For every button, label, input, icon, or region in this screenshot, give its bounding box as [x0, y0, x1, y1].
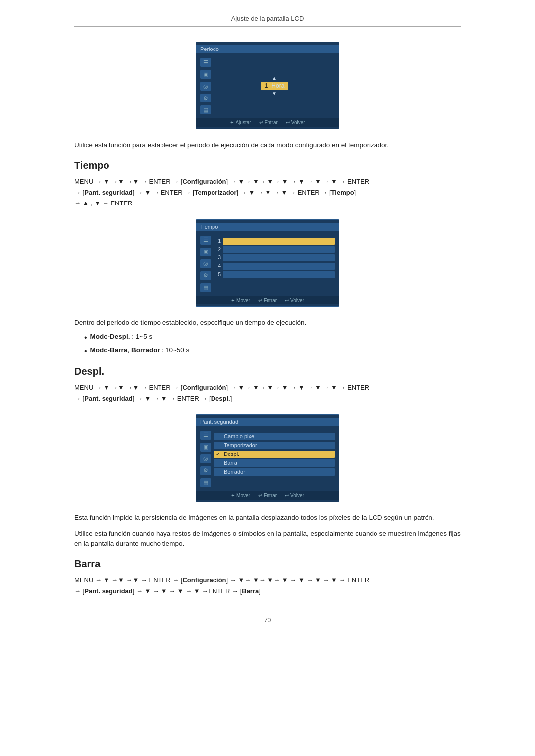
mover-icon: ✦: [231, 298, 235, 303]
barra-nav-barra: Barra: [242, 587, 259, 595]
despl-description-2: Utilice esta función cuando haya restos …: [74, 529, 461, 549]
despl-item-borrador: Borrador: [214, 468, 335, 476]
despl-list-content: Cambio pixel Temporizador ✓Despl. Barra: [214, 430, 335, 487]
nav-bold-temporizador: Temporizador: [195, 189, 237, 196]
footer-entrar: ↵ Entrar: [259, 120, 278, 125]
despl-mover-label: Mover: [236, 493, 250, 498]
despl-icon-list: ☰ ▣ ◎ ⚙ ▤: [200, 430, 211, 487]
despl-nav-despl: Despl.: [211, 395, 230, 402]
barra-nav-configuracion: Configuración: [182, 576, 226, 584]
entrar-label: Entrar: [265, 120, 278, 125]
despl-footer-volver: ↩ Volver: [285, 493, 304, 498]
tiempo-volver-icon: ↩: [285, 298, 289, 303]
ajustar-icon: ✦: [230, 120, 234, 125]
tiempo-item-5: 5: [214, 271, 335, 278]
volver-label: Volver: [291, 120, 305, 125]
tiempo-list: 1 2 3 4: [214, 238, 335, 278]
page-number: 70: [264, 616, 271, 624]
bullet-modo-barra: Modo-Barra, Borrador : 10~50 s: [84, 346, 461, 356]
page-title: Ajuste de la pantalla LCD: [231, 15, 304, 22]
tiempo-panel-icon-5: ▤: [200, 283, 211, 292]
tiempo-description: Dentro del periodo de tiempo establecido…: [74, 318, 461, 328]
despl-nav-pant-seg: Pant. seguridad: [84, 395, 133, 402]
tiempo-footer-mover: ✦ Mover: [231, 298, 250, 303]
barra-nav-pant-seg: Pant. seguridad: [84, 587, 133, 595]
despl-panel-wrap: Pant. seguridad ☰ ▣ ◎ ⚙ ▤ Cambio pixel: [74, 409, 461, 507]
despl-panel: Pant. seguridad ☰ ▣ ◎ ⚙ ▤ Cambio pixel: [196, 414, 339, 502]
panel-icon-2: ▣: [200, 70, 211, 79]
tiempo-nav-text: MENU → ▼ →▼ →▼ → ENTER → [Configuración]…: [74, 176, 461, 209]
borrador-label: Borrador: [131, 346, 160, 353]
tiempo-bullet-list: Modo-Despl. : 1~5 s Modo-Barra, Borrador…: [84, 333, 461, 356]
tiempo-heading: Tiempo: [74, 160, 461, 171]
footer-ajustar: ✦ Ajustar: [230, 120, 251, 125]
tiempo-panel-footer: ✦ Mover ↵ Entrar ↩ Volver: [196, 296, 339, 304]
footer-volver: ↩ Volver: [286, 120, 305, 125]
panel-icon-5: ▤: [200, 105, 211, 114]
tiempo-entrar-icon: ↵: [258, 298, 262, 303]
tiempo-panel-wrap: Tiempo ☰ ▣ ◎ ⚙ ▤ 1 2: [74, 214, 461, 312]
tiempo-item-2: 2: [214, 246, 335, 253]
despl-footer-entrar: ↵ Entrar: [258, 493, 277, 498]
despl-panel-title: Pant. seguridad: [196, 418, 339, 426]
tiempo-volver-label: Volver: [290, 298, 304, 303]
tiempo-bar-4: [223, 263, 335, 270]
despl-volver-label: Volver: [290, 493, 304, 498]
bullet-modo-despl: Modo-Despl. : 1~5 s: [84, 333, 461, 343]
panel-icon-3: ◎: [200, 82, 211, 91]
periodo-content: ▲ 1 Hora ▼: [214, 57, 335, 114]
ajustar-label: Ajustar: [235, 120, 251, 125]
despl-panel-icon-4: ⚙: [200, 466, 211, 475]
despl-description-1: Esta función impide la persistencia de i…: [74, 513, 461, 523]
arrow-up-icon: ▲: [272, 75, 277, 81]
tiempo-panel-icon-2: ▣: [200, 248, 211, 256]
despl-panel-icon-1: ☰: [200, 431, 211, 440]
tiempo-entrar-label: Entrar: [264, 298, 277, 303]
despl-nav-text: MENU → ▼ →▼ →▼ → ENTER → [Configuración]…: [74, 382, 461, 404]
periodo-panel-wrap: Periodo ☰ ▣ ◎ ⚙ ▤ ▲ 1 Hora: [74, 37, 461, 134]
despl-heading: Despl.: [74, 366, 461, 377]
despl-panel-icon-5: ▤: [200, 478, 211, 487]
tiempo-bar-3: [223, 254, 335, 261]
page-header: Ajuste de la pantalla LCD: [74, 15, 461, 27]
page-footer: 70: [74, 612, 461, 624]
panel-icon-4: ⚙: [200, 94, 211, 102]
despl-volver-icon: ↩: [285, 493, 289, 498]
periodo-icon-list: ☰ ▣ ◎ ⚙ ▤: [200, 57, 211, 114]
tiempo-footer-entrar: ↵ Entrar: [258, 298, 277, 303]
hour-value: 1: [265, 82, 268, 89]
mover-label: Mover: [236, 298, 250, 303]
nav-bold-configuracion: Configuración: [182, 178, 226, 185]
despl-item-despl: ✓Despl.: [214, 451, 335, 458]
tiempo-bar-1: [223, 238, 335, 245]
tiempo-item-3: 3: [214, 254, 335, 261]
despl-mover-icon: ✦: [231, 493, 235, 498]
modo-barra-label: Modo-Barra: [90, 346, 128, 353]
volver-icon: ↩: [286, 120, 290, 125]
despl-footer-mover: ✦ Mover: [231, 493, 250, 498]
despl-nav-configuracion: Configuración: [182, 384, 226, 391]
despl-entrar-label: Entrar: [264, 493, 277, 498]
periodo-panel: Periodo ☰ ▣ ◎ ⚙ ▤ ▲ 1 Hora: [196, 42, 339, 129]
despl-panel-footer: ✦ Mover ↵ Entrar ↩ Volver: [196, 491, 339, 500]
despl-list: Cambio pixel Temporizador ✓Despl. Barra: [214, 433, 335, 476]
tiempo-panel-icon-3: ◎: [200, 259, 211, 268]
entrar-icon: ↵: [259, 120, 263, 125]
nav-bold-pant-seg-1: Pant. seguridad: [84, 189, 133, 196]
nav-bold-tiempo: Tiempo: [331, 189, 354, 196]
tiempo-bar-5: [223, 271, 335, 278]
modo-despl-label: Modo-Despl.: [90, 333, 130, 340]
tiempo-panel: Tiempo ☰ ▣ ◎ ⚙ ▤ 1 2: [196, 219, 339, 307]
tiempo-panel-icon-4: ⚙: [200, 271, 211, 280]
despl-panel-icon-3: ◎: [200, 454, 211, 463]
barra-nav-text: MENU → ▼ →▼ →▼ → ENTER → [Configuración]…: [74, 575, 461, 597]
periodo-description: Utilice esta función para establecer el …: [74, 140, 461, 150]
periodo-panel-footer: ✦ Ajustar ↵ Entrar ↩ Volver: [196, 118, 339, 127]
periodo-panel-title: Periodo: [196, 45, 339, 53]
tiempo-panel-icon-1: ☰: [200, 236, 211, 245]
despl-panel-icon-2: ▣: [200, 443, 211, 452]
despl-item-cambio: Cambio pixel: [214, 433, 335, 440]
tiempo-item-1: 1: [214, 238, 335, 245]
despl-entrar-icon: ↵: [258, 493, 262, 498]
tiempo-list-content: 1 2 3 4: [214, 235, 335, 292]
